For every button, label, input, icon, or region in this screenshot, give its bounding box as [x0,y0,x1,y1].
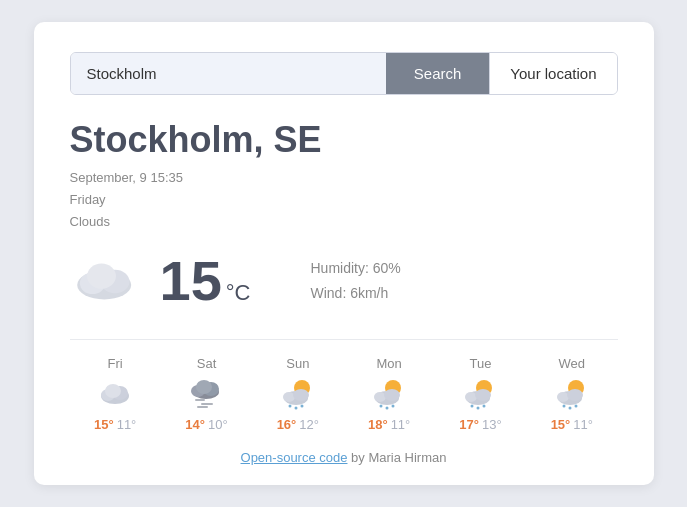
day-sat: Sat [161,356,252,371]
footer: Open-source code by Maria Hirman [70,450,618,465]
svg-point-34 [477,407,480,410]
svg-point-25 [384,389,400,401]
icon-sat [161,377,252,411]
svg-point-33 [471,405,474,408]
humidity-label: Humidity: 60% [310,256,400,281]
svg-point-40 [562,405,565,408]
icon-tue [435,377,526,411]
svg-point-38 [557,392,569,402]
svg-point-21 [300,405,303,408]
footer-author: by Maria Hirman [347,450,446,465]
city-name: Stockholm, SE [70,119,618,161]
svg-point-19 [288,405,291,408]
temps-sun: 16°12° [252,417,343,432]
svg-point-28 [392,405,395,408]
temperature-display: 15 °C [160,253,251,309]
day-fri: Fri [70,356,161,371]
search-row: Search Your location [70,52,618,95]
temps-sat: 14°10° [161,417,252,432]
svg-point-41 [568,407,571,410]
search-button[interactable]: Search [386,53,490,94]
day-sun: Sun [252,356,343,371]
svg-point-42 [574,405,577,408]
day-tue: Tue [435,356,526,371]
forecast-row: Fri 15°11° Sat [70,339,618,432]
cloud-icon [70,256,142,306]
forecast-wed: Wed 15°11° [526,356,617,432]
svg-point-31 [465,392,477,402]
temps-fri: 15°11° [70,417,161,432]
day-mon: Mon [343,356,434,371]
open-source-link[interactable]: Open-source code [241,450,348,465]
current-weather: 15 °C Humidity: 60% Wind: 6km/h [70,253,618,309]
date-info: September, 9 15:35 Friday Clouds [70,167,618,233]
svg-point-7 [105,384,121,398]
svg-point-18 [293,389,309,401]
forecast-fri: Fri 15°11° [70,356,161,432]
forecast-sat: Sat 14°10° [161,356,252,432]
temps-mon: 18°11° [343,417,434,432]
condition-line: Clouds [70,211,618,233]
svg-point-39 [567,389,583,401]
temps-tue: 17°13° [435,417,526,432]
day-line: Friday [70,189,618,211]
svg-point-3 [87,264,116,289]
icon-wed [526,377,617,411]
icon-mon [343,377,434,411]
day-wed: Wed [526,356,617,371]
svg-point-20 [294,407,297,410]
temps-wed: 15°11° [526,417,617,432]
forecast-mon: Mon 18°11° [343,356,434,432]
temp-unit: °C [226,280,251,306]
svg-point-27 [386,407,389,410]
search-input[interactable] [71,53,386,94]
forecast-tue: Tue 17°13° [435,356,526,432]
svg-point-35 [483,405,486,408]
weather-details: Humidity: 60% Wind: 6km/h [310,256,400,306]
svg-point-17 [283,392,295,402]
location-button[interactable]: Your location [489,53,616,94]
svg-point-11 [196,380,212,394]
date-line: September, 9 15:35 [70,167,618,189]
forecast-sun: Sun 16°12° [252,356,343,432]
icon-sun [252,377,343,411]
wind-label: Wind: 6km/h [310,281,400,306]
svg-point-24 [374,392,386,402]
weather-card: Search Your location Stockholm, SE Septe… [34,22,654,485]
icon-fri [70,377,161,411]
svg-point-26 [380,405,383,408]
svg-point-32 [475,389,491,401]
temp-value: 15 [160,253,222,309]
